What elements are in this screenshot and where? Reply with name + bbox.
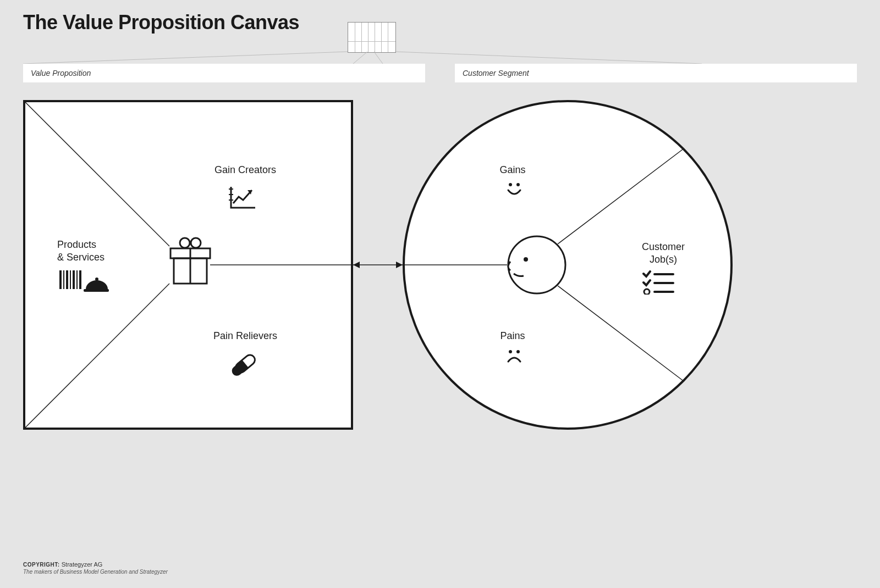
- svg-line-30: [558, 149, 683, 244]
- svg-line-4: [25, 102, 169, 246]
- canvas-body: Gain Creators Products & Services: [23, 100, 857, 500]
- copyright-subline: The makers of Business Model Generation …: [23, 569, 168, 575]
- svg-rect-19: [70, 270, 71, 289]
- barcode-cloche-icon: [59, 268, 109, 297]
- svg-marker-28: [396, 262, 403, 268]
- mini-canvas-thumbnail: [348, 22, 396, 53]
- label-products-services: Products & Services: [57, 238, 129, 263]
- label-customer-jobs: Customer Job(s): [625, 241, 702, 265]
- label-gains: Gains: [480, 164, 546, 176]
- svg-line-1: [353, 52, 367, 64]
- svg-point-7: [180, 238, 190, 248]
- svg-line-5: [25, 284, 169, 428]
- svg-line-0: [23, 52, 348, 64]
- svg-point-34: [509, 183, 512, 186]
- svg-rect-21: [76, 270, 78, 289]
- svg-rect-23: [84, 289, 109, 292]
- gift-icon: [168, 236, 212, 289]
- svg-point-35: [516, 183, 520, 186]
- svg-rect-22: [79, 270, 81, 289]
- svg-rect-20: [73, 270, 75, 289]
- header-customer-segment: Customer Segment: [455, 64, 857, 82]
- svg-rect-16: [59, 270, 62, 289]
- svg-line-3: [395, 52, 702, 64]
- svg-point-24: [95, 278, 98, 281]
- svg-rect-17: [63, 270, 64, 289]
- svg-point-33: [524, 257, 528, 262]
- svg-line-2: [374, 52, 383, 64]
- header-bars: Value Proposition Customer Segment: [23, 64, 857, 82]
- face-profile-icon: [506, 234, 568, 298]
- customer-profile-circle: Gains Pains Customer Job(s): [403, 100, 733, 430]
- svg-rect-18: [66, 270, 68, 289]
- pill-icon: [231, 350, 260, 380]
- copyright-label: copyright:: [23, 562, 60, 568]
- svg-point-41: [644, 289, 650, 295]
- chart-up-icon: [228, 185, 257, 213]
- label-pain-relievers: Pain Relievers: [190, 330, 300, 342]
- svg-line-31: [558, 286, 683, 380]
- footer: copyright: Strategyzer AG The makers of …: [23, 561, 168, 575]
- svg-point-37: [516, 350, 520, 353]
- page-title: The Value Proposition Canvas: [23, 11, 299, 34]
- svg-point-32: [508, 236, 565, 293]
- page: The Value Proposition Canvas Value Propo…: [0, 0, 880, 588]
- copyright-org: Strategyzer AG: [62, 561, 103, 568]
- smile-icon: [505, 181, 524, 199]
- label-pains: Pains: [480, 330, 546, 342]
- svg-point-8: [191, 238, 201, 248]
- value-map-square: Gain Creators Products & Services: [23, 100, 353, 430]
- header-value-proposition: Value Proposition: [23, 64, 425, 82]
- checklist-icon: [642, 270, 675, 297]
- label-gain-creators: Gain Creators: [190, 164, 300, 176]
- frown-icon: [505, 348, 524, 366]
- svg-marker-27: [353, 262, 360, 268]
- svg-point-36: [509, 350, 512, 353]
